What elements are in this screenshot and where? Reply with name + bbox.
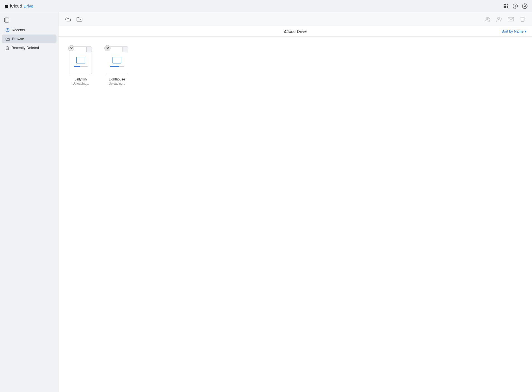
app-title-icloud: iCloud: [10, 4, 22, 8]
file-cancel-jellyfish[interactable]: ✕: [68, 45, 74, 51]
file-status-jellyfish: Uploading...: [73, 82, 89, 85]
svg-rect-1: [505, 4, 506, 5]
file-progress-fill-jellyfish: [74, 66, 80, 67]
top-bar-actions: [503, 3, 528, 9]
account-icon[interactable]: [522, 3, 528, 9]
sidebar-item-recently-deleted[interactable]: Recently Deleted: [2, 43, 57, 52]
svg-rect-5: [507, 6, 508, 7]
file-grid: ✕ Jellyfish Uploading...: [58, 37, 532, 94]
svg-rect-17: [6, 47, 9, 50]
main-layout: Recents Browse: [0, 12, 532, 392]
sidebar-item-browse-label: Browse: [12, 37, 24, 41]
new-folder-button[interactable]: [76, 15, 84, 23]
top-bar: iCloud Drive: [0, 0, 532, 12]
toolbar-right: [484, 15, 526, 23]
file-cancel-lighthouse[interactable]: ✕: [104, 45, 111, 51]
file-preview-icon-jellyfish: [76, 57, 85, 63]
file-icon-jellyfish: ✕: [68, 45, 93, 76]
sidebar-toggle[interactable]: [0, 15, 58, 25]
share-person-button[interactable]: [495, 15, 503, 23]
svg-rect-0: [504, 4, 505, 5]
sidebar-item-recents-label: Recents: [12, 28, 25, 32]
clock-icon: [6, 28, 9, 32]
sidebar-item-recently-deleted-label: Recently Deleted: [11, 46, 39, 50]
content-header: iCloud Drive Sort by Name ▾: [58, 26, 532, 37]
svg-rect-7: [505, 7, 506, 8]
content-toolbar: [58, 12, 532, 26]
upload-cloud-button[interactable]: [484, 15, 491, 23]
sidebar: Recents Browse: [0, 12, 58, 392]
content-title: iCloud Drive: [218, 29, 372, 34]
file-progress-bar-lighthouse: [110, 66, 124, 67]
file-status-lighthouse: Uploading...: [109, 82, 125, 85]
grid-icon[interactable]: [503, 3, 509, 9]
folder-icon: [6, 36, 10, 41]
file-name-jellyfish: Jellyfish: [75, 77, 87, 81]
svg-rect-8: [507, 7, 508, 8]
toolbar-left: [64, 15, 84, 23]
svg-rect-2: [507, 4, 508, 5]
sidebar-item-browse[interactable]: Browse: [2, 35, 57, 43]
svg-point-26: [497, 17, 500, 19]
file-progress-fill-lighthouse: [110, 66, 119, 67]
file-progress-bar-jellyfish: [74, 66, 88, 67]
svg-point-13: [524, 5, 526, 6]
sort-label: Sort by Name: [502, 29, 524, 33]
svg-rect-3: [504, 6, 505, 7]
svg-rect-6: [504, 7, 505, 8]
content-area: iCloud Drive Sort by Name ▾ ✕: [58, 12, 532, 392]
file-icon-lighthouse: ✕: [104, 45, 129, 76]
file-item-lighthouse[interactable]: ✕ Lighthouse Uploading...: [102, 45, 132, 85]
sidebar-item-recents[interactable]: Recents: [2, 26, 57, 34]
sort-button[interactable]: Sort by Name ▾: [502, 29, 526, 33]
app-title-drive: Drive: [24, 4, 33, 8]
upload-button[interactable]: [64, 15, 72, 23]
svg-rect-29: [508, 17, 514, 21]
file-name-lighthouse: Lighthouse: [109, 77, 125, 81]
apple-logo-icon: [4, 3, 8, 8]
file-preview-icon-lighthouse: [112, 57, 121, 63]
app-branding: iCloud Drive: [4, 3, 33, 8]
trash-button[interactable]: [519, 15, 526, 23]
trash-icon: [6, 45, 9, 50]
mail-button[interactable]: [507, 15, 515, 23]
svg-rect-14: [4, 18, 9, 22]
svg-rect-4: [505, 6, 506, 7]
add-icon[interactable]: [513, 3, 518, 9]
file-item-jellyfish[interactable]: ✕ Jellyfish Uploading...: [65, 45, 96, 85]
svg-rect-30: [521, 18, 524, 21]
sort-chevron-icon: ▾: [524, 29, 526, 33]
